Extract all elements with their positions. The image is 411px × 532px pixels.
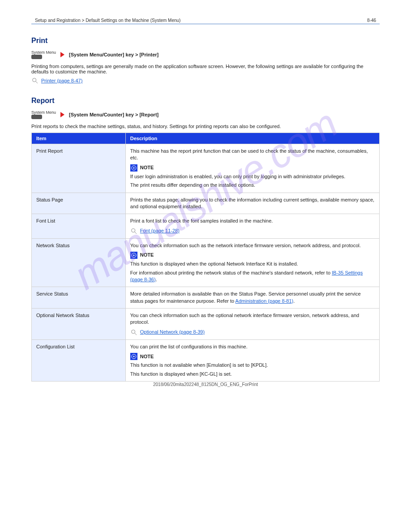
cell-desc: More detailed information is available t… <box>125 287 379 309</box>
system-menu-key-icon <box>31 55 42 59</box>
header-divider <box>31 24 380 24</box>
note-text-a: For information about printing the netwo… <box>130 270 332 275</box>
table-header-desc: Description <box>125 133 379 144</box>
cell-item: Font List <box>32 214 126 238</box>
nav-label-system-menu: System Menu <box>31 110 56 115</box>
admin-link[interactable]: Administration (page 8-81) <box>235 298 294 304</box>
row-body: Print a font list to check the font samp… <box>130 218 375 224</box>
svg-line-1 <box>36 82 38 83</box>
note-prefix: NOTE <box>140 164 154 171</box>
font-ref-link[interactable]: Font (page 11-28) <box>140 227 180 234</box>
note-prefix: NOTE <box>140 252 154 258</box>
note-text: This function is displayed when [KC-GL] … <box>130 371 375 378</box>
magnify-icon <box>130 227 137 235</box>
magnify-icon <box>130 329 137 336</box>
table-row: Service Status More detailed information… <box>32 287 380 309</box>
svg-point-14 <box>133 356 134 357</box>
cell-item: Status Page <box>32 193 126 214</box>
nav-label-system-menu: System Menu <box>31 50 56 55</box>
chevron-right-icon <box>60 112 64 117</box>
svg-point-10 <box>131 330 135 334</box>
nav-path-report: System Menu [System Menu/Counter] key > … <box>31 110 380 119</box>
nav-path-text: [System Menu/Counter] key > [Report] <box>69 112 158 117</box>
cell-desc: Print a font list to check the font samp… <box>125 214 379 238</box>
print-description: Printing from computers, settings are ge… <box>31 64 380 74</box>
nav-path-text: [System Menu/Counter] key > [Printer] <box>69 52 158 57</box>
cell-desc: You can check information such as the ne… <box>125 238 379 287</box>
cell-item: Optional Network Status <box>32 309 126 340</box>
row-body-after: . <box>293 298 295 304</box>
cell-desc: This machine has the report print functi… <box>125 144 379 193</box>
table-row: Print Report This machine has the report… <box>32 144 380 193</box>
cell-desc: You can check information such as the op… <box>125 309 379 340</box>
section-title-print: Print <box>31 37 380 45</box>
svg-line-6 <box>135 232 137 234</box>
cell-desc: You can print the list of configurations… <box>125 339 379 381</box>
svg-point-4 <box>133 167 134 168</box>
table-row: Network Status You can check information… <box>32 238 380 287</box>
note-text: For information about printing the netwo… <box>130 270 375 283</box>
settings-table: Item Description Print Report This machi… <box>31 133 380 382</box>
svg-point-5 <box>131 228 135 232</box>
svg-point-9 <box>133 255 134 256</box>
note-text-b: . <box>156 277 157 282</box>
note-text: If user login administration is enabled,… <box>130 173 375 180</box>
table-row: Optional Network Status You can check in… <box>32 309 380 340</box>
table-row: Configuration List You can print the lis… <box>32 339 380 381</box>
note-icon <box>130 353 137 360</box>
note-prefix: NOTE <box>140 353 154 360</box>
system-menu-key-icon <box>31 115 42 119</box>
row-body: You can check information such as the op… <box>130 312 375 326</box>
print-ref-link[interactable]: Printer (page 8-47) <box>41 78 82 83</box>
note-text: This function is not available when [Emu… <box>130 362 375 369</box>
report-description: Print reports to check the machine setti… <box>31 124 380 129</box>
table-header-item: Item <box>32 133 126 144</box>
cell-item: Configuration List <box>32 339 126 381</box>
page-number: 8-46 <box>367 18 376 23</box>
footer-text: 2018/06/20mita202248_8125DN_OG_ENG_ForPr… <box>153 382 258 387</box>
footer: 2018/06/20mita202248_8125DN_OG_ENG_ForPr… <box>0 382 411 387</box>
cell-item: Network Status <box>32 238 126 287</box>
row-body: Prints the status page, allowing you to … <box>130 197 375 210</box>
section-title-report: Report <box>31 97 380 105</box>
optional-network-link[interactable]: Optional Network (page 8-39) <box>140 329 205 335</box>
row-body: You can print the list of configurations… <box>130 343 375 350</box>
cell-desc: Prints the status page, allowing you to … <box>125 193 379 214</box>
nav-path-print: System Menu [System Menu/Counter] key > … <box>31 50 380 59</box>
row-body: This machine has the report print functi… <box>130 148 375 162</box>
chevron-right-icon <box>60 52 64 57</box>
magnify-icon <box>31 77 39 84</box>
svg-line-11 <box>135 333 137 335</box>
breadcrumb: Setup and Registration > Default Setting… <box>35 18 180 23</box>
cell-item: Service Status <box>32 287 126 309</box>
table-row: Font List Print a font list to check the… <box>32 214 380 238</box>
note-icon <box>130 252 137 259</box>
note-text: The print results differ depending on th… <box>130 182 375 189</box>
table-row: Status Page Prints the status page, allo… <box>32 193 380 214</box>
cell-item: Print Report <box>32 144 126 193</box>
note-text: This function is displayed when the opti… <box>130 261 375 267</box>
row-body: You can check information such as the ne… <box>130 242 375 249</box>
svg-point-0 <box>33 78 36 82</box>
note-icon <box>130 164 137 172</box>
